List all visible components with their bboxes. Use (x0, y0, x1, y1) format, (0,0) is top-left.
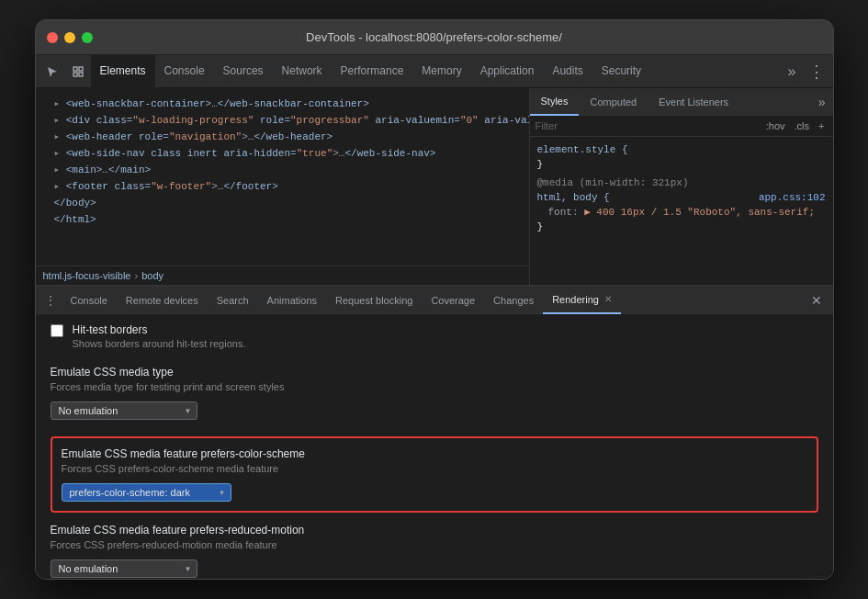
media-type-select[interactable]: No emulation (51, 401, 197, 420)
tab-network[interactable]: Network (273, 55, 332, 88)
window-title: DevTools - localhost:8080/prefers-color-… (306, 30, 562, 44)
devtools-menu-button[interactable]: ⋮ (804, 62, 829, 82)
rendering-tab-close[interactable]: ✕ (604, 294, 612, 304)
inspect-icon[interactable] (65, 59, 91, 85)
hit-test-label: Hit-test borders (73, 323, 246, 336)
prefers-reduced-motion-select[interactable]: No emulation (51, 559, 197, 578)
cls-button[interactable]: .cls (792, 119, 813, 132)
svg-rect-0 (73, 67, 77, 71)
main-content: ▸ <web-snackbar-container>…</web-snackba… (36, 88, 833, 285)
hov-button[interactable]: :hov (763, 119, 788, 132)
drawer-tab-rendering[interactable]: Rendering ✕ (543, 287, 621, 314)
add-style-button[interactable]: + (816, 119, 827, 132)
html-panel: ▸ <web-snackbar-container>…</web-snackba… (36, 88, 530, 285)
tab-audits[interactable]: Audits (543, 55, 592, 88)
hit-test-checkbox[interactable] (51, 324, 63, 337)
drawer-tab-animations[interactable]: Animations (258, 287, 326, 314)
code-line[interactable]: ▸ <div class="w-loading-progress" role="… (36, 112, 529, 129)
svg-rect-2 (73, 73, 77, 76)
panel-overflow-button[interactable]: » (811, 95, 833, 109)
tab-memory[interactable]: Memory (412, 55, 470, 88)
prefers-color-scheme-select[interactable]: prefers-color-scheme: dark (62, 483, 231, 502)
prefers-color-scheme-label: Emulate CSS media feature prefers-color-… (62, 447, 807, 460)
media-type-select-wrapper: No emulation (51, 401, 197, 420)
media-type-desc: Forces media type for testing print and … (51, 381, 818, 392)
prefers-reduced-motion-section: Emulate CSS media feature prefers-reduce… (51, 524, 818, 578)
tab-console[interactable]: Console (155, 55, 214, 88)
rendering-panel: Hit-test borders Shows borders around hi… (36, 314, 833, 579)
prefers-color-scheme-section: Emulate CSS media feature prefers-color-… (51, 436, 818, 513)
drawer-close-button[interactable]: ✕ (804, 293, 829, 308)
code-line[interactable]: ▸ <web-snackbar-container>…</web-snackba… (36, 96, 529, 112)
styles-content: element.style { } @media (min-width: 321… (530, 137, 833, 285)
html-code-view: ▸ <web-snackbar-container>…</web-snackba… (36, 88, 529, 266)
code-line[interactable]: ▸ <main>…</main> (36, 162, 529, 178)
code-line[interactable]: </body> (36, 195, 529, 211)
hit-test-row: Hit-test borders Shows borders around hi… (51, 323, 818, 349)
styles-filter-input[interactable] (535, 120, 763, 131)
tab-sources[interactable]: Sources (214, 55, 273, 88)
tab-computed[interactable]: Computed (579, 88, 648, 116)
svg-rect-1 (79, 67, 83, 71)
tab-security[interactable]: Security (592, 55, 650, 88)
tab-application[interactable]: Application (471, 55, 544, 88)
minimize-button[interactable] (64, 32, 75, 43)
cursor-icon[interactable] (39, 59, 65, 85)
prefers-color-scheme-select-wrapper: prefers-color-scheme: dark (62, 483, 231, 502)
traffic-lights (47, 32, 93, 43)
drawer-tab-changes[interactable]: Changes (484, 287, 543, 314)
tab-overflow-button[interactable]: » (781, 63, 804, 80)
drawer-tab-request-blocking[interactable]: Request blocking (326, 287, 422, 314)
filter-buttons: :hov .cls + (763, 119, 828, 132)
code-line[interactable]: ▸ <web-side-nav class inert aria-hidden=… (36, 145, 529, 162)
hit-test-desc: Shows borders around hit-test regions. (73, 338, 246, 349)
code-line[interactable]: </html> (36, 211, 529, 228)
close-button[interactable] (47, 32, 58, 43)
svg-rect-3 (79, 73, 83, 76)
media-type-label: Emulate CSS media type (51, 366, 818, 379)
breadcrumb: html.js-focus-visible › body (36, 266, 529, 285)
hit-test-section: Hit-test borders Shows borders around hi… (51, 323, 818, 349)
tab-event-listeners[interactable]: Event Listeners (648, 88, 739, 116)
maximize-button[interactable] (82, 32, 93, 43)
styles-filter-bar: :hov .cls + (530, 116, 833, 137)
tab-performance[interactable]: Performance (332, 55, 413, 88)
prefers-reduced-motion-select-wrapper: No emulation (51, 559, 197, 578)
media-rule: @media (min-width: 321px) html, body { a… (530, 174, 833, 236)
drawer-icon[interactable]: ⋮ (39, 289, 62, 311)
drawer-tab-console[interactable]: Console (62, 287, 117, 314)
tab-styles[interactable]: Styles (530, 88, 580, 116)
code-line[interactable]: ▸ <web-header role="navigation">…</web-h… (36, 129, 529, 145)
bottom-drawer: ⋮ Console Remote devices Search Animatio… (36, 285, 833, 579)
titlebar: DevTools - localhost:8080/prefers-color-… (36, 20, 833, 55)
code-line[interactable]: ▸ <footer class="w-footer">…</footer> (36, 178, 529, 195)
styles-panel: Styles Computed Event Listeners » :hov .… (530, 88, 833, 285)
drawer-tab-remote-devices[interactable]: Remote devices (117, 287, 208, 314)
main-tabs-bar: Elements Console Sources Network Perform… (36, 55, 833, 88)
prefers-reduced-motion-label: Emulate CSS media feature prefers-reduce… (51, 524, 818, 537)
element-style-rule: element.style { } (530, 141, 833, 174)
breadcrumb-item-body[interactable]: body (141, 270, 163, 281)
tab-elements[interactable]: Elements (91, 55, 155, 88)
media-type-section: Emulate CSS media type Forces media type… (51, 366, 818, 420)
prefers-reduced-motion-desc: Forces CSS prefers-reduced-motion media … (51, 539, 818, 550)
panel-tabs: Styles Computed Event Listeners » (530, 88, 833, 116)
prefers-color-scheme-desc: Forces CSS prefers-color-scheme media fe… (62, 463, 807, 474)
drawer-tab-coverage[interactable]: Coverage (422, 287, 484, 314)
devtools-window: DevTools - localhost:8080/prefers-color-… (35, 19, 834, 580)
drawer-tabs: ⋮ Console Remote devices Search Animatio… (36, 287, 833, 314)
drawer-tab-search[interactable]: Search (208, 287, 258, 314)
breadcrumb-item-html[interactable]: html.js-focus-visible (43, 270, 131, 281)
